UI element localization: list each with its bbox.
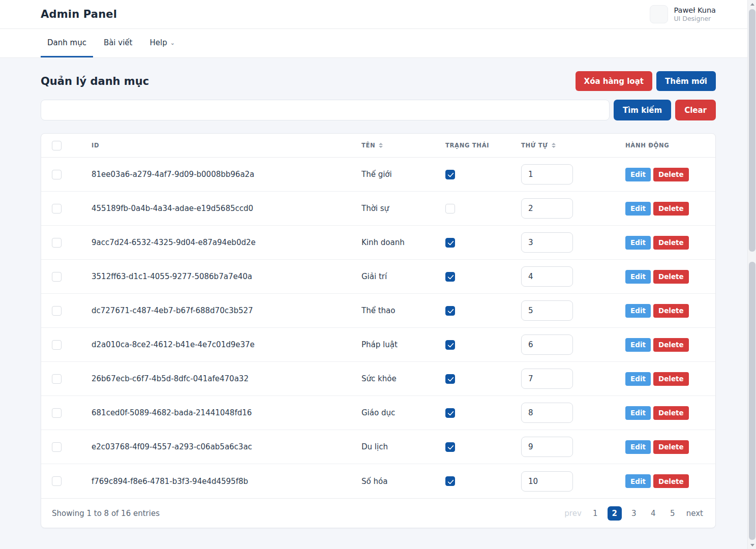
pagination-prev[interactable]: prev [563, 506, 583, 521]
search-input[interactable] [41, 100, 610, 120]
status-checkbox[interactable] [445, 442, 455, 452]
row-select-checkbox[interactable] [52, 374, 62, 384]
row-select-checkbox[interactable] [52, 238, 62, 248]
column-header-order[interactable]: THỨ TỰ [521, 142, 625, 149]
tab-bai-viet[interactable]: Bài viết [97, 29, 139, 57]
table-footer: Showing 1 to 8 of 16 entries prev 1 2 3 … [41, 498, 715, 528]
tab-danh-muc[interactable]: Danh mục [41, 29, 93, 57]
scroll-down-arrow-icon[interactable] [748, 541, 756, 549]
row-id: 9acc7d24-6532-4325-9d04-e87a94eb0d2e [92, 238, 361, 247]
row-select-checkbox[interactable] [52, 204, 62, 214]
tab-help-label: Help [149, 38, 167, 47]
table-row: 3512ff63-d1c1-4055-9277-5086b7a7e40a Giả… [41, 260, 715, 294]
delete-button[interactable]: Delete [653, 270, 689, 284]
edit-button[interactable]: Edit [625, 338, 651, 352]
status-checkbox[interactable] [445, 272, 455, 282]
order-input[interactable] [521, 403, 573, 423]
app-title: Admin Panel [41, 8, 117, 20]
table-row: 9acc7d24-6532-4325-9d04-e87a94eb0d2e Kin… [41, 226, 715, 260]
user-role: UI Designer [674, 15, 716, 23]
order-input[interactable] [521, 198, 573, 219]
pagination-next[interactable]: next [685, 506, 705, 521]
row-select-checkbox[interactable] [52, 272, 62, 282]
status-checkbox[interactable] [445, 204, 455, 214]
delete-button[interactable]: Delete [653, 202, 689, 216]
scroll-up-arrow-icon[interactable] [748, 0, 756, 8]
table-row: 26b67ecb-c6f7-4b5d-8dfc-041afe470a32 Sức… [41, 362, 715, 396]
tab-bai-viet-label: Bài viết [104, 38, 133, 47]
order-input[interactable] [521, 164, 573, 185]
delete-button[interactable]: Delete [653, 168, 689, 181]
row-select-checkbox[interactable] [52, 170, 62, 179]
user-name: Paweł Kuna [674, 6, 716, 15]
scrollbar[interactable] [747, 0, 756, 549]
column-header-name[interactable]: TÊN [361, 142, 445, 149]
row-name: Thể thao [361, 306, 445, 315]
sort-icon [552, 143, 556, 148]
pagination-page-4[interactable]: 4 [646, 506, 660, 521]
user-menu[interactable]: Paweł Kuna UI Designer [650, 5, 716, 23]
table-row: 455189fb-0a4b-4a34-adae-e19d5685ccd0 Thờ… [41, 192, 715, 226]
status-checkbox[interactable] [445, 170, 455, 179]
edit-button[interactable]: Edit [625, 304, 651, 318]
row-id: 81ee03a6-a279-4af7-9d09-b0008bb96a2a [92, 170, 361, 179]
row-select-checkbox[interactable] [52, 442, 62, 452]
pagination-page-1[interactable]: 1 [588, 506, 602, 521]
clear-search-button[interactable]: Clear [675, 100, 716, 120]
select-all-checkbox[interactable] [52, 141, 62, 150]
edit-button[interactable]: Edit [625, 474, 651, 488]
delete-button[interactable]: Delete [653, 440, 689, 454]
table-row: e2c03768-4f09-4557-a293-c06ab5a6c3ac Du … [41, 430, 715, 464]
column-header-id: ID [92, 142, 361, 149]
pagination-page-2[interactable]: 2 [608, 506, 622, 521]
delete-button[interactable]: Delete [653, 236, 689, 250]
order-input[interactable] [521, 334, 573, 355]
order-input[interactable] [521, 369, 573, 389]
edit-button[interactable]: Edit [625, 406, 651, 420]
delete-button[interactable]: Delete [653, 406, 689, 420]
row-select-checkbox[interactable] [52, 340, 62, 350]
pagination: prev 1 2 3 4 5 next [563, 506, 705, 521]
row-select-checkbox[interactable] [52, 476, 62, 486]
edit-button[interactable]: Edit [625, 236, 651, 250]
avatar [650, 5, 668, 23]
status-checkbox[interactable] [445, 238, 455, 248]
table-row: 681ced0f-5089-4682-bada-21441048fd16 Giá… [41, 396, 715, 430]
nav-tabs: Danh mục Bài viết Help ⌄ [41, 29, 182, 57]
delete-button[interactable]: Delete [653, 304, 689, 318]
search-button[interactable]: Tìm kiếm [614, 100, 671, 120]
edit-button[interactable]: Edit [625, 440, 651, 454]
delete-button[interactable]: Delete [653, 372, 689, 386]
sort-icon [379, 143, 383, 148]
order-input[interactable] [521, 300, 573, 321]
table-row: f769c894-f8e6-4781-b3f3-94e4d4595f8b Số … [41, 464, 715, 498]
status-checkbox[interactable] [445, 476, 455, 486]
status-checkbox[interactable] [445, 374, 455, 384]
order-input[interactable] [521, 437, 573, 457]
pagination-page-3[interactable]: 3 [627, 506, 641, 521]
scrollbar-thumb[interactable] [749, 262, 755, 540]
bulk-delete-button[interactable]: Xóa hàng loạt [576, 71, 652, 91]
row-select-checkbox[interactable] [52, 408, 62, 418]
edit-button[interactable]: Edit [625, 270, 651, 284]
order-input[interactable] [521, 471, 573, 492]
pagination-page-5[interactable]: 5 [666, 506, 680, 521]
edit-button[interactable]: Edit [625, 372, 651, 386]
edit-button[interactable]: Edit [625, 202, 651, 216]
nav-bar: Danh mục Bài viết Help ⌄ [0, 29, 756, 58]
order-input[interactable] [521, 266, 573, 287]
scrollbar-thumb[interactable] [749, 9, 755, 252]
status-checkbox[interactable] [445, 408, 455, 418]
status-checkbox[interactable] [445, 306, 455, 316]
status-checkbox[interactable] [445, 340, 455, 350]
add-new-button[interactable]: Thêm mới [656, 71, 716, 91]
tab-help[interactable]: Help ⌄ [143, 29, 181, 57]
edit-button[interactable]: Edit [625, 168, 651, 181]
row-id: dc727671-c487-4eb7-b67f-688d70c3b527 [92, 306, 361, 315]
tab-danh-muc-label: Danh mục [47, 38, 86, 47]
table-row: d2a010ca-8ce2-4612-b41e-4e7c01d9e37e Phá… [41, 328, 715, 362]
delete-button[interactable]: Delete [653, 338, 689, 352]
row-select-checkbox[interactable] [52, 306, 62, 316]
order-input[interactable] [521, 232, 573, 253]
delete-button[interactable]: Delete [653, 474, 689, 488]
